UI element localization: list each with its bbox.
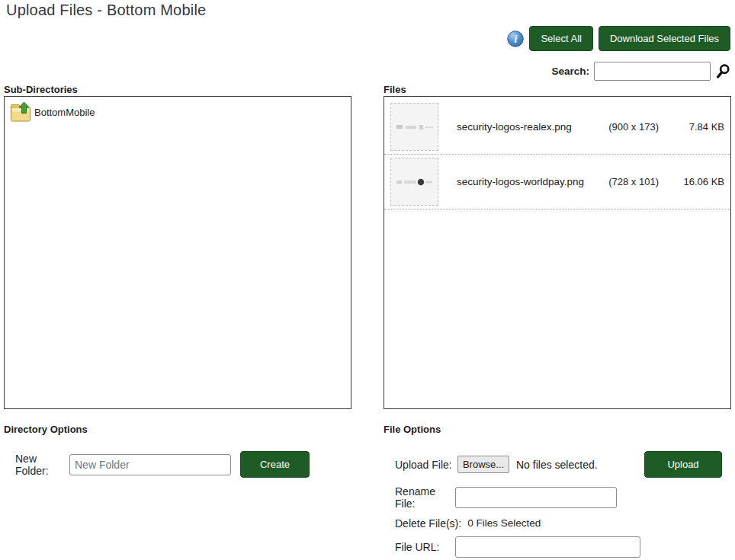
files-panel: security-logos-realex.png (900 x 173) 7.… [384,96,731,409]
search-row: Search: [551,62,730,81]
browse-button[interactable]: Browse... [457,456,509,473]
search-input[interactable] [594,62,711,81]
files-heading: Files [384,84,406,95]
rename-file-input[interactable] [455,487,617,508]
new-folder-input[interactable] [69,454,231,475]
search-label: Search: [551,66,589,77]
file-row[interactable]: security-logos-worldpay.png (728 x 101) … [384,155,730,210]
upload-file-row: Upload File: Browse... No files selected… [395,451,598,478]
delete-files-status: 0 Files Selected [467,517,541,529]
file-url-label: File URL: [395,541,455,553]
upload-file-label: Upload File: [395,459,457,471]
no-files-selected-text: No files selected. [516,459,598,471]
folder-upload-icon [9,101,32,123]
page-title: Upload Files - Bottom Mobile [6,2,206,19]
file-options-heading: File Options [384,424,441,435]
thumbnail-image [396,178,433,187]
file-name: security-logos-realex.png [457,121,586,133]
svg-text:i: i [515,34,518,45]
select-all-button[interactable]: Select All [529,26,592,51]
file-url-input[interactable] [455,536,640,558]
file-size: 7.84 KB [659,121,724,133]
delete-files-label: Delete File(s): [395,517,461,530]
search-icon[interactable] [715,63,730,79]
subdirectories-panel: BottomMobile [4,96,351,409]
info-icon[interactable]: i [507,30,524,47]
toolbar: i Select All Download Selected Files [507,26,730,51]
rename-file-row: Rename File: [395,487,617,508]
new-folder-label: New Folder: [15,453,69,477]
thumbnail-image [396,123,433,132]
file-url-row: File URL: [395,536,640,558]
delete-files-row: Delete File(s): 0 Files Selected [395,517,541,529]
file-dimensions: (900 x 173) [586,121,659,133]
file-name: security-logos-worldpay.png [457,176,586,187]
file-row[interactable]: security-logos-realex.png (900 x 173) 7.… [384,100,730,155]
file-size: 16.06 KB [659,176,724,187]
file-thumbnail [390,103,438,151]
subdirectories-heading: Sub-Directories [4,84,78,95]
download-selected-files-button[interactable]: Download Selected Files [599,26,730,51]
directory-item-label: BottomMobile [34,107,95,118]
create-button[interactable]: Create [240,451,310,478]
upload-button[interactable]: Upload [644,451,722,478]
file-dimensions: (728 x 101) [586,176,659,187]
file-thumbnail [390,158,438,206]
directory-item-bottommobile[interactable]: BottomMobile [9,101,95,123]
new-folder-row: New Folder: Create [15,451,310,478]
rename-file-label: Rename File: [395,485,455,510]
directory-options-heading: Directory Options [4,424,88,435]
